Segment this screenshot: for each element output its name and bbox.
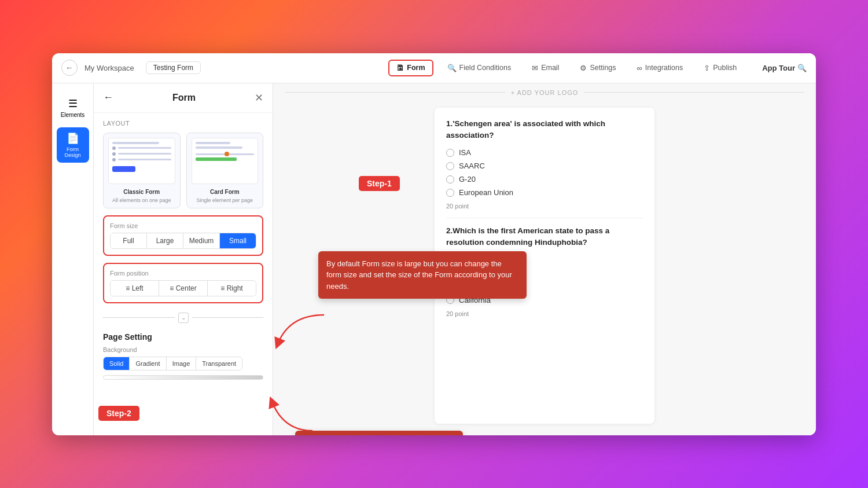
settings-icon: ⚙ bbox=[580, 64, 587, 72]
size-medium-btn[interactable]: Medium bbox=[183, 233, 220, 248]
app-tour-label[interactable]: App Tour 🔍 bbox=[762, 64, 807, 72]
tab-form[interactable]: 🖺 Form bbox=[388, 60, 433, 76]
step2-badge: Step-2 bbox=[98, 406, 139, 421]
tooltip-form-size: By default Form size is large but you ca… bbox=[318, 251, 527, 299]
q1-option-3[interactable]: G-20 bbox=[446, 175, 643, 184]
main-container: ← My Workspace Testing Form 🖺 Form 🔍 Fie… bbox=[52, 53, 816, 435]
card-dot-row-2 bbox=[112, 152, 171, 156]
card-dot bbox=[112, 146, 116, 150]
size-large-btn[interactable]: Large bbox=[147, 233, 183, 248]
add-logo-text[interactable]: + ADD YOUR LOGO bbox=[511, 89, 579, 96]
card-dot-3 bbox=[112, 158, 116, 162]
bg-image-btn[interactable]: Image bbox=[167, 357, 197, 370]
divider-right bbox=[192, 317, 264, 318]
form-size-box: Form size Full Large Medium Small bbox=[103, 215, 263, 256]
email-icon: ✉ bbox=[532, 64, 538, 72]
card-form-card[interactable]: Card Form Single element per page bbox=[186, 133, 264, 208]
q1-option-2[interactable]: SAARC bbox=[446, 162, 643, 170]
tab-integrations[interactable]: ∞ Integrations bbox=[630, 61, 690, 75]
add-logo-bar: + ADD YOUR LOGO bbox=[273, 83, 816, 102]
chevron-down-icon[interactable]: ⌄ bbox=[178, 313, 189, 323]
card-bar bbox=[196, 157, 237, 161]
classic-form-name: Classic Form bbox=[108, 189, 175, 195]
background-label: Background bbox=[103, 346, 263, 353]
card-btn bbox=[112, 166, 135, 172]
form-badge: Testing Form bbox=[146, 61, 201, 74]
bg-gradient-btn[interactable]: Gradient bbox=[130, 357, 166, 370]
q1-points: 20 point bbox=[446, 203, 643, 210]
tab-email[interactable]: ✉ Email bbox=[525, 61, 566, 75]
card-dot-2 bbox=[112, 152, 116, 156]
panel-title: Form bbox=[172, 93, 196, 103]
tooltip-form-position: Set the position of the Form where you w… bbox=[295, 431, 463, 435]
radio-1-4 bbox=[446, 189, 454, 197]
form-panel: ← Form ✕ Layout bbox=[94, 83, 273, 435]
body-area: ☰ Elements 📄 Form Design ← Form ✕ Layout bbox=[52, 83, 816, 435]
panel-close-button[interactable]: ✕ bbox=[255, 91, 263, 104]
panel-divider-row: ⌄ bbox=[94, 310, 273, 325]
card-slider bbox=[196, 153, 255, 155]
back-button[interactable]: ← bbox=[61, 60, 78, 76]
bg-btn-group: Solid Gradient Image Transparent bbox=[103, 357, 242, 370]
classic-form-sub: All elements on one page bbox=[108, 197, 175, 203]
publish-icon: ⇧ bbox=[704, 64, 710, 72]
size-full-btn[interactable]: Full bbox=[111, 233, 147, 248]
classic-form-preview bbox=[108, 138, 175, 184]
form-design-icon: 📄 bbox=[67, 132, 79, 145]
sidebar-item-form-design[interactable]: 📄 Form Design bbox=[57, 127, 89, 163]
bg-solid-btn[interactable]: Solid bbox=[104, 357, 130, 370]
card-dot-line bbox=[118, 147, 171, 149]
q1-option-1[interactable]: ISA bbox=[446, 148, 643, 157]
card-line-1 bbox=[112, 142, 159, 144]
card-line-s1 bbox=[196, 142, 231, 144]
form-panel-header: ← Form ✕ bbox=[94, 83, 273, 113]
layout-cards: Classic Form All elements on one page bbox=[103, 133, 263, 208]
form-size-label: Form size bbox=[110, 222, 256, 229]
layout-label: Layout bbox=[103, 120, 263, 127]
classic-form-card[interactable]: Classic Form All elements on one page bbox=[103, 133, 181, 208]
size-btn-group: Full Large Medium Small bbox=[110, 233, 256, 249]
divider-left bbox=[103, 317, 175, 318]
bg-transparent-btn[interactable]: Transparent bbox=[196, 357, 242, 370]
q2-points: 20 point bbox=[446, 310, 643, 317]
q1-option-4[interactable]: European Union bbox=[446, 188, 643, 197]
logo-line-left bbox=[285, 92, 505, 93]
integrations-icon: ∞ bbox=[637, 64, 642, 72]
sidebar-item-elements[interactable]: ☰ Elements bbox=[57, 93, 89, 123]
layout-section: Layout bbox=[94, 113, 273, 215]
sidebar-icons: ☰ Elements 📄 Form Design bbox=[52, 83, 94, 435]
card-form-sub: Single element per page bbox=[192, 197, 259, 203]
top-nav: ← My Workspace Testing Form 🖺 Form 🔍 Fie… bbox=[52, 53, 816, 83]
card-line-s2 bbox=[196, 146, 242, 149]
pos-left-btn[interactable]: ≡ Left bbox=[111, 281, 159, 296]
question-1: 1.'Schengen area' is associated with whi… bbox=[446, 118, 643, 142]
card-dot-row-1 bbox=[112, 146, 171, 150]
page-setting-section: Page Setting Background Solid Gradient I… bbox=[94, 325, 273, 387]
card-dot-line-3 bbox=[118, 159, 171, 160]
elements-icon: ☰ bbox=[68, 97, 78, 110]
card-form-name: Card Form bbox=[192, 189, 259, 195]
step1-badge: Step-1 bbox=[359, 176, 400, 191]
pos-center-btn[interactable]: ≡ Center bbox=[159, 281, 208, 296]
card-dot-row-3 bbox=[112, 158, 171, 162]
radio-1-3 bbox=[446, 175, 454, 184]
radio-1-1 bbox=[446, 149, 454, 157]
tab-publish[interactable]: ⇧ Publish bbox=[697, 61, 744, 75]
position-btn-group: ≡ Left ≡ Center ≡ Right bbox=[110, 280, 256, 296]
slider-dot bbox=[225, 152, 229, 156]
tab-field-conditions[interactable]: 🔍 Field Conditions bbox=[440, 61, 518, 75]
question-2: 2.Which is the first American state to p… bbox=[446, 225, 643, 249]
pos-right-btn[interactable]: ≡ Right bbox=[208, 281, 256, 296]
logo-line-right bbox=[584, 92, 804, 93]
quiz-divider bbox=[446, 218, 643, 218]
card-dot-line-2 bbox=[118, 153, 171, 155]
field-conditions-icon: 🔍 bbox=[447, 64, 457, 72]
size-small-btn[interactable]: Small bbox=[220, 233, 256, 248]
tab-settings[interactable]: ⚙ Settings bbox=[573, 61, 623, 75]
panel-back-button[interactable]: ← bbox=[103, 91, 113, 104]
color-bar bbox=[103, 375, 263, 380]
radio-1-2 bbox=[446, 162, 454, 170]
form-icon: 🖺 bbox=[396, 64, 404, 72]
form-position-box: Form position ≡ Left ≡ Center ≡ Right bbox=[103, 263, 263, 303]
card-form-preview bbox=[192, 138, 259, 184]
